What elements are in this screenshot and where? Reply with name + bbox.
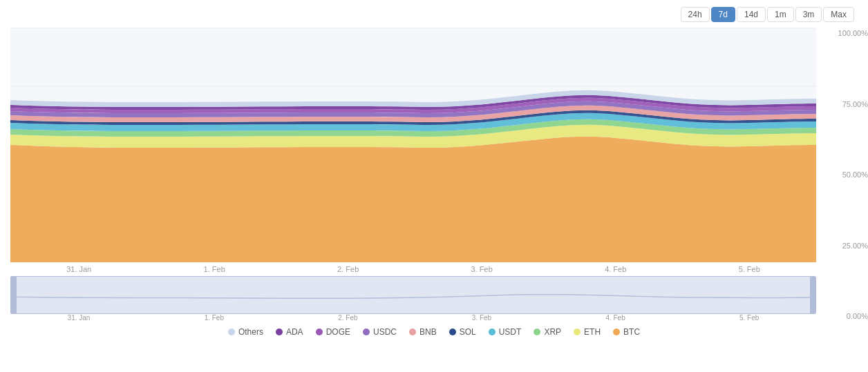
area-chart: [10, 28, 816, 262]
legend-label-usdc: USDC: [373, 327, 397, 337]
legend-label-others: Others: [238, 327, 263, 337]
legend-dot-xrp: [534, 329, 540, 335]
legend-item-sol[interactable]: SOL: [449, 327, 476, 337]
legend-dot-doge: [316, 329, 323, 335]
chart-row: CoinGecko 31. Jan 1. Feb 2. Feb 3. Feb 4…: [10, 28, 858, 322]
y-axis: 100.00% 75.00% 50.00% 25.00% 0.00%: [830, 28, 868, 322]
legend-dot-sol: [449, 329, 456, 335]
legend-label-doge: DOGE: [326, 327, 350, 337]
legend-item-doge[interactable]: DOGE: [316, 327, 350, 337]
btn-3m[interactable]: 3m: [795, 7, 822, 22]
chart-legend: Others ADA DOGE USDC BNB SOL USDT XRP: [0, 322, 868, 340]
btn-24h[interactable]: 24h: [681, 7, 710, 22]
navigator-window[interactable]: [16, 276, 811, 314]
legend-item-eth[interactable]: ETH: [574, 327, 601, 337]
nav-x-label-5: 5. Feb: [739, 314, 759, 322]
x-label-4: 4. Feb: [605, 265, 626, 273]
btn-7d[interactable]: 7d: [711, 7, 735, 22]
legend-label-eth: ETH: [584, 327, 601, 337]
nav-x-label-0: 31. Jan: [68, 314, 91, 322]
x-label-2: 2. Feb: [337, 265, 359, 273]
navigator-right-handle[interactable]: [811, 276, 816, 314]
x-label-1: 1. Feb: [204, 265, 225, 273]
chart-main: CoinGecko 31. Jan 1. Feb 2. Feb 3. Feb 4…: [10, 28, 858, 322]
legend-label-sol: SOL: [460, 327, 476, 337]
legend-label-usdt: USDT: [499, 327, 522, 337]
time-range-selector: 24h 7d 14d 1m 3m Max: [0, 7, 868, 22]
legend-dot-usdc: [363, 329, 370, 335]
chart-wrapper: CoinGecko 31. Jan 1. Feb 2. Feb 3. Feb 4…: [0, 28, 868, 322]
y-label-100: 100.00%: [830, 29, 868, 37]
nav-x-label-2: 2. Feb: [338, 314, 357, 322]
nav-x-label-4: 4. Feb: [605, 314, 625, 322]
legend-dot-btc: [613, 329, 620, 335]
nav-x-axis: 31. Jan 1. Feb 2. Feb 3. Feb 4. Feb 5. F…: [10, 314, 816, 322]
navigator-left-handle[interactable]: [10, 276, 16, 314]
y-label-25: 25.00%: [830, 242, 868, 250]
nav-x-label-3: 3. Feb: [472, 314, 491, 322]
x-label-0: 31. Jan: [66, 265, 91, 273]
legend-item-usdt[interactable]: USDT: [489, 327, 522, 337]
btn-1m[interactable]: 1m: [767, 7, 794, 22]
y-label-0: 0.00%: [830, 312, 868, 320]
legend-item-xrp[interactable]: XRP: [534, 327, 561, 337]
legend-item-others[interactable]: Others: [228, 327, 263, 337]
legend-dot-eth: [574, 329, 581, 335]
legend-item-bnb[interactable]: BNB: [409, 327, 437, 337]
legend-dot-ada: [276, 329, 283, 335]
legend-item-btc[interactable]: BTC: [613, 327, 640, 337]
chart-navigator[interactable]: [10, 276, 816, 314]
main-container: 24h 7d 14d 1m 3m Max: [0, 0, 868, 372]
legend-label-btc: BTC: [623, 327, 640, 337]
legend-dot-bnb: [409, 329, 416, 335]
legend-item-ada[interactable]: ADA: [276, 327, 303, 337]
legend-dot-others: [228, 329, 235, 335]
legend-label-ada: ADA: [286, 327, 303, 337]
nav-x-label-1: 1. Feb: [205, 314, 224, 322]
y-label-75: 75.00%: [830, 100, 868, 108]
y-label-50: 50.00%: [830, 170, 868, 179]
legend-dot-usdt: [489, 329, 496, 335]
btn-max[interactable]: Max: [823, 7, 854, 22]
x-axis: 31. Jan 1. Feb 2. Feb 3. Feb 4. Feb 5. F…: [10, 262, 816, 273]
btn-14d[interactable]: 14d: [737, 7, 766, 22]
legend-label-bnb: BNB: [419, 327, 437, 337]
x-label-5: 5. Feb: [739, 265, 760, 273]
x-label-3: 3. Feb: [471, 265, 493, 273]
legend-item-usdc[interactable]: USDC: [363, 327, 397, 337]
legend-label-xrp: XRP: [544, 327, 561, 337]
